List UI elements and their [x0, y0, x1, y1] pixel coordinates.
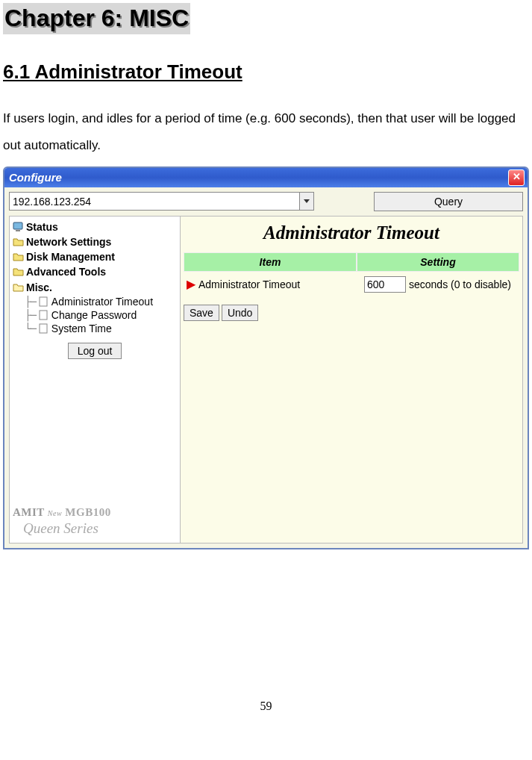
undo-button[interactable]: Undo	[222, 305, 258, 321]
svg-rect-2	[40, 297, 47, 306]
file-icon	[38, 310, 49, 320]
table-row: ▶ Administrator Timeout seconds (0 to di…	[184, 272, 519, 297]
brand-line1: AMIT New MGB100	[13, 505, 177, 520]
chapter-title: Chapter 6: MISC	[3, 3, 190, 34]
folder-icon	[13, 252, 24, 262]
logout-row: Log out	[13, 343, 177, 359]
main-panel: Administrator Timeout Item Setting ▶ Adm…	[180, 217, 522, 543]
content-row: Status Network Settings Disk Management …	[9, 216, 523, 543]
col-item: Item	[184, 252, 357, 272]
svg-rect-0	[13, 222, 22, 229]
row-label: Administrator Timeout	[198, 278, 300, 291]
sidebar-label: Network Settings	[26, 235, 111, 249]
arrow-right-icon: ▶	[187, 277, 195, 293]
sidebar-label: System Time	[51, 322, 112, 335]
tree-line-icon: └─	[25, 322, 36, 335]
sidebar-item-status[interactable]: Status	[13, 219, 177, 234]
address-row: 192.168.123.254 Query	[9, 192, 523, 211]
svg-rect-3	[40, 311, 47, 320]
file-icon	[38, 323, 49, 334]
configure-window: Configure ✕ 192.168.123.254 Query Status	[3, 166, 529, 549]
window-titlebar: Configure ✕	[4, 168, 528, 187]
col-setting: Setting	[357, 252, 519, 272]
window-title: Configure	[7, 170, 62, 185]
folder-open-icon	[13, 282, 24, 293]
sidebar-label: Disk Management	[26, 250, 115, 264]
monitor-icon	[13, 222, 24, 232]
file-icon	[38, 296, 49, 307]
button-row: Save Undo	[184, 305, 519, 321]
sidebar-label: Change Password	[51, 308, 137, 322]
sidebar-item-system-time[interactable]: └─ System Time	[13, 322, 177, 335]
sidebar-item-change-password[interactable]: ├─ Change Password	[13, 308, 177, 322]
window-body: 192.168.123.254 Query Status Network Set…	[4, 187, 528, 548]
tree-line-icon: ├─	[25, 295, 36, 308]
sidebar-item-network[interactable]: Network Settings	[13, 234, 177, 249]
timeout-hint: seconds (0 to disable)	[409, 278, 511, 291]
sidebar-label: Status	[26, 220, 58, 234]
chevron-down-icon	[304, 199, 310, 204]
ip-combobox[interactable]: 192.168.123.254	[9, 192, 314, 211]
sidebar-label: Advanced Tools	[26, 265, 106, 278]
query-button[interactable]: Query	[374, 192, 523, 211]
tree-line-icon: ├─	[25, 308, 36, 322]
svg-rect-4	[40, 324, 47, 333]
sidebar-item-admin-timeout[interactable]: ├─ Administrator Timeout	[13, 295, 177, 308]
save-button[interactable]: Save	[184, 305, 219, 321]
ip-value: 192.168.123.254	[10, 195, 299, 208]
sidebar-item-misc[interactable]: Misc.	[13, 280, 177, 295]
row-setting-cell: seconds (0 to disable)	[361, 272, 519, 297]
svg-rect-1	[16, 230, 20, 231]
logout-button[interactable]: Log out	[68, 343, 122, 359]
close-icon: ✕	[513, 171, 521, 184]
brand-line2: Queen Series	[13, 520, 177, 538]
close-button[interactable]: ✕	[508, 169, 525, 186]
folder-icon	[13, 237, 24, 247]
row-label-cell: ▶ Administrator Timeout	[184, 272, 361, 297]
sidebar-item-advanced[interactable]: Advanced Tools	[13, 264, 177, 279]
body-text: If users login, and idles for a period o…	[3, 105, 529, 158]
sidebar-item-disk[interactable]: Disk Management	[13, 249, 177, 264]
timeout-input[interactable]	[364, 276, 406, 293]
table-header: Item Setting	[184, 252, 519, 272]
brand-block: AMIT New MGB100 Queen Series	[13, 504, 177, 540]
panel-title: Administrator Timeout	[184, 221, 519, 246]
folder-icon	[13, 267, 24, 277]
combo-dropdown-button[interactable]	[299, 193, 313, 210]
sidebar: Status Network Settings Disk Management …	[10, 217, 180, 543]
page-number: 59	[3, 699, 529, 714]
sidebar-label: Administrator Timeout	[51, 295, 153, 308]
sidebar-label: Misc.	[26, 281, 52, 294]
section-title: 6.1 Administrator Timeout	[3, 60, 529, 85]
